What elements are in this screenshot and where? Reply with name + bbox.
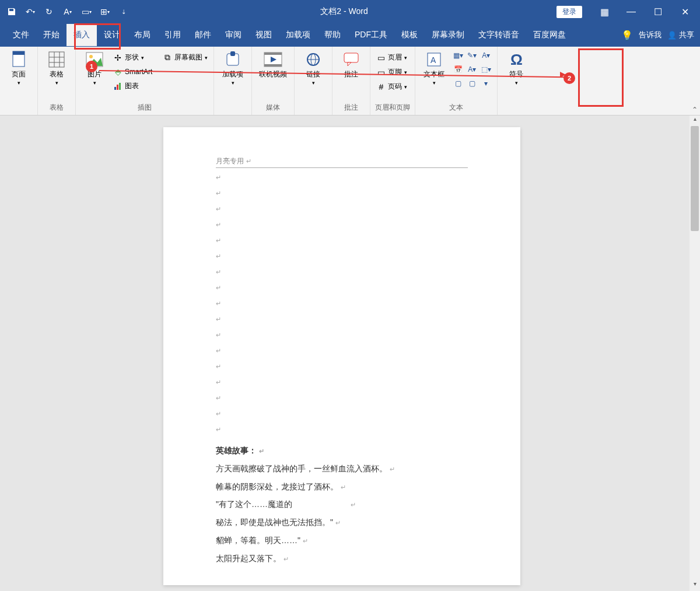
vertical-scrollbar[interactable]: ▴ ▾: [690, 116, 700, 591]
ribbon-display-icon[interactable]: ▦: [593, 4, 616, 20]
share-label: 共享: [679, 30, 694, 40]
group-addins: 加载项▾: [214, 47, 252, 115]
text-misc2-icon[interactable]: ▢: [466, 77, 478, 90]
undo-icon[interactable]: ↶▾: [22, 4, 38, 20]
doc-heading: 英雄故事：: [216, 442, 468, 460]
online-video-button[interactable]: 联机视频: [257, 49, 289, 79]
title-bar: ↶▾ ↻ A▾ ▭▾ ⊞▾ ⇣ 文档2 - Word 登录 ▦ — ☐ ✕: [0, 0, 700, 23]
group-illustrations: 图片▾ ✢形状 ▾ ⬘SmartArt 图表 ⧉屏幕截图 ▾ 插图: [76, 47, 214, 115]
redo-icon[interactable]: ↻: [41, 4, 57, 20]
screenshot-button[interactable]: ⧉屏幕截图 ▾: [162, 51, 209, 64]
tab-baidu[interactable]: 百度网盘: [526, 24, 573, 46]
lightbulb-icon[interactable]: 💡: [621, 30, 633, 41]
collapse-ribbon-icon[interactable]: ⌃: [692, 106, 698, 114]
textbox-button[interactable]: A 文本框▾: [420, 49, 448, 88]
group-addins-label: [219, 103, 247, 114]
tab-view[interactable]: 视图: [249, 24, 279, 46]
svg-marker-23: [348, 62, 351, 66]
empty-line: [216, 205, 468, 221]
signature-icon[interactable]: ✎▾: [466, 49, 478, 62]
svg-rect-17: [264, 64, 282, 67]
annotation-callout-1: 1: [86, 61, 97, 72]
empty-line: [216, 284, 468, 300]
addins-icon: [223, 50, 242, 69]
minimize-icon[interactable]: —: [620, 4, 643, 20]
link-button[interactable]: 链接▾: [299, 49, 327, 88]
page-icon: [9, 50, 28, 69]
group-links-label: [299, 103, 327, 114]
table-button[interactable]: 表格▾: [43, 49, 71, 88]
shapes-icon: ✢: [113, 53, 123, 62]
page-button[interactable]: 页面▾: [5, 49, 33, 88]
save-icon[interactable]: [4, 4, 20, 20]
quick-access-toolbar: ↶▾ ↻ A▾ ▭▾ ⊞▾ ⇣: [4, 4, 132, 20]
object-icon[interactable]: ⬚▾: [480, 63, 492, 76]
document-page[interactable]: 月亮专用 英雄故事： 方天画戟擦破了战神的手，一丝鲜血流入酒杯。 帷幕的阴影深处…: [163, 127, 520, 585]
svg-rect-10: [114, 87, 116, 90]
group-links: 链接▾: [295, 47, 332, 115]
share-icon: 👤: [667, 31, 677, 40]
layout-qat-icon[interactable]: ▭▾: [78, 4, 94, 20]
tell-me-label[interactable]: 告诉我: [639, 30, 662, 40]
link-icon: [304, 50, 323, 69]
qat-overflow-icon[interactable]: ⇣: [116, 4, 132, 20]
text-misc1-icon[interactable]: ▢: [452, 77, 464, 90]
empty-line: [216, 221, 468, 237]
tab-home[interactable]: 开始: [36, 24, 66, 46]
footer-button[interactable]: ▭页脚 ▾: [375, 66, 408, 78]
table-icon: [47, 50, 66, 69]
empty-line: [216, 379, 468, 394]
dropcap-icon[interactable]: A▾: [466, 63, 478, 76]
symbol-button[interactable]: Ω 符号▾: [502, 49, 530, 88]
svg-rect-2: [49, 52, 64, 67]
tab-references[interactable]: 引用: [158, 24, 188, 46]
chart-icon: [113, 82, 123, 91]
annotation-callout-2: 2: [564, 72, 575, 84]
page-number-button[interactable]: #页码 ▾: [375, 81, 408, 93]
tab-file[interactable]: 文件: [6, 24, 36, 46]
empty-line: [216, 394, 468, 410]
empty-line: [216, 426, 468, 442]
tab-mailings[interactable]: 邮件: [188, 24, 218, 46]
maximize-icon[interactable]: ☐: [646, 4, 670, 20]
header-button[interactable]: ▭页眉 ▾: [375, 51, 408, 64]
date-icon[interactable]: 📅: [452, 63, 464, 76]
tab-insert[interactable]: 插入: [66, 24, 97, 46]
hf-stack: ▭页眉 ▾ ▭页脚 ▾ #页码 ▾: [375, 49, 408, 93]
tab-review[interactable]: 审阅: [218, 24, 249, 46]
tab-tts[interactable]: 文字转语音: [471, 24, 526, 46]
group-media: 联机视频 媒体: [252, 47, 295, 115]
document-workspace[interactable]: 月亮专用 英雄故事： 方天画戟擦破了战神的手，一丝鲜血流入酒杯。 帷幕的阴影深处…: [0, 116, 700, 591]
scroll-thumb[interactable]: [691, 126, 699, 231]
text-small-buttons: ▦▾ ✎▾ A▾ 📅 A▾ ⬚▾ ▢ ▢ ▾: [452, 49, 492, 90]
shapes-button[interactable]: ✢形状 ▾: [112, 51, 153, 64]
group-header-footer: ▭页眉 ▾ ▭页脚 ▾ #页码 ▾ 页眉和页脚: [370, 47, 415, 115]
empty-line: [216, 174, 468, 190]
tab-template[interactable]: 模板: [394, 24, 425, 46]
tab-addins[interactable]: 加载项: [279, 24, 317, 46]
tab-design[interactable]: 设计: [97, 24, 127, 46]
addins-button[interactable]: 加载项▾: [219, 49, 247, 88]
share-button[interactable]: 👤 共享: [667, 30, 694, 40]
scroll-down-icon[interactable]: ▾: [690, 580, 700, 591]
tab-layout[interactable]: 布局: [127, 24, 158, 46]
group-tables: 表格▾ 表格: [38, 47, 76, 115]
text-misc3-icon[interactable]: ▾: [480, 77, 492, 90]
svg-point-8: [89, 55, 93, 58]
login-button[interactable]: 登录: [556, 6, 582, 18]
quick-parts-icon[interactable]: ▦▾: [452, 49, 464, 62]
omega-icon: Ω: [507, 50, 526, 69]
wordart-icon[interactable]: A▾: [480, 49, 492, 62]
tab-pdf[interactable]: PDF工具: [348, 24, 394, 46]
chart-button[interactable]: 图表: [112, 80, 153, 92]
scroll-up-icon[interactable]: ▴: [690, 116, 700, 126]
font-style-icon[interactable]: A▾: [60, 4, 76, 20]
window-title: 文档2 - Word: [132, 6, 556, 17]
svg-rect-22: [344, 53, 358, 62]
close-icon[interactable]: ✕: [673, 4, 696, 20]
smartart-icon: ⬘: [113, 67, 123, 76]
new-doc-icon[interactable]: ⊞▾: [97, 4, 113, 20]
tab-record[interactable]: 屏幕录制: [425, 24, 471, 46]
svg-text:A: A: [430, 55, 436, 65]
tab-help[interactable]: 帮助: [317, 24, 348, 46]
